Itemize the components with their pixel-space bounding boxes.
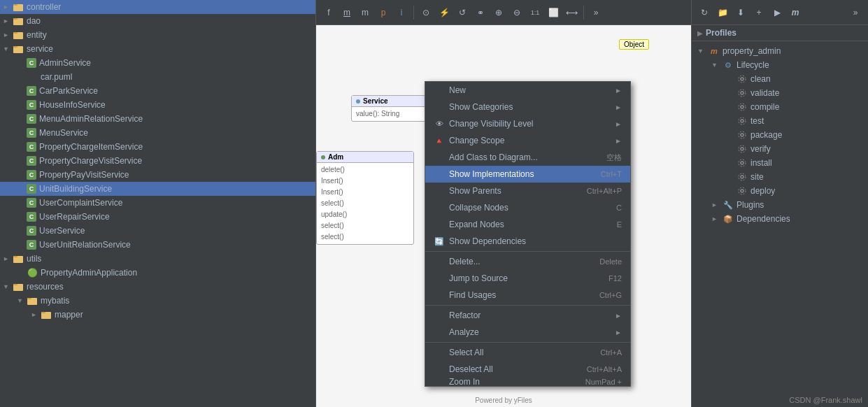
tree-item-utils[interactable]: ►utils	[0, 252, 315, 266]
right-tree-item-property_admin[interactable]: ▼mproperty_admin	[692, 44, 868, 58]
folder-icon	[13, 29, 24, 41]
toolbar-f-btn[interactable]: f	[320, 4, 337, 21]
right-toolbar-refresh[interactable]: ↻	[696, 4, 713, 21]
tree-label: UserComplaintService	[39, 198, 122, 208]
folder-icon	[13, 15, 24, 27]
folder-icon	[13, 43, 24, 55]
right-tree-item-deploy[interactable]: deploy	[692, 184, 868, 198]
svg-rect-7	[13, 46, 17, 48]
right-tree-item-test[interactable]: test	[692, 114, 868, 128]
tree-item-resources[interactable]: ▼resources	[0, 280, 315, 294]
toolbar-more-btn[interactable]: »	[588, 4, 604, 21]
tree-item-usercomplaintservice[interactable]: CUserComplaintService	[0, 196, 315, 210]
tree-item-mapper[interactable]: ►mapper	[0, 308, 315, 322]
menu-item-show-parents[interactable]: Show ParentsCtrl+Alt+P	[425, 183, 630, 199]
adm-node[interactable]: Adm delete() Insert() Insert() select() …	[316, 151, 414, 245]
menu-item-zoom-in[interactable]: Zoom InNumPad +	[425, 378, 630, 386]
menu-item-delete---[interactable]: Delete...Delete	[425, 253, 630, 270]
toolbar-share-btn[interactable]: ⟷	[563, 4, 580, 21]
adm-node-body: delete() Insert() Insert() select() upda…	[317, 163, 413, 244]
toolbar-route-btn[interactable]: ↺	[454, 4, 471, 21]
toolbar-fit-btn[interactable]: ⬜	[545, 4, 562, 21]
right-toolbar-folder[interactable]: 📁	[714, 4, 731, 21]
tree-item-service[interactable]: ▼service	[0, 42, 315, 56]
right-tree-item-validate[interactable]: validate	[692, 86, 868, 100]
tree-item-propertychargeitemservice[interactable]: CPropertyChargeItemService	[0, 140, 315, 154]
menu-item-find-usages[interactable]: Find UsagesCtrl+G	[425, 287, 630, 304]
svg-rect-3	[13, 18, 17, 20]
folder-icon	[13, 281, 24, 292]
menu-item-jump-to-source[interactable]: Jump to SourceF12	[425, 270, 630, 287]
toolbar-lens-btn[interactable]: ⊙	[418, 4, 434, 21]
folder-icon	[41, 309, 52, 320]
toolbar-m-underline-btn[interactable]: m	[339, 4, 355, 21]
tree-item-mybatis[interactable]: ▼mybatis	[0, 294, 315, 308]
right-panel: ↻ 📁 ⬇ + ▶ m » ▶ Profiles ▼mproperty_admi…	[691, 0, 868, 407]
toolbar-p-btn[interactable]: p	[375, 4, 392, 21]
diagram-canvas[interactable]: Object Service value(): String Adm delet…	[316, 25, 691, 407]
tree-item-houseinfoservice[interactable]: CHouseInfoService	[0, 98, 315, 112]
menu-item-change-visibility-level[interactable]: 👁Change Visibility Level►	[425, 115, 630, 132]
menu-item-collapse-nodes[interactable]: Collapse NodesC	[425, 199, 630, 216]
menu-label: Change Scope	[449, 136, 504, 145]
toolbar-filter-btn[interactable]: ⚡	[436, 4, 453, 21]
adm-field-2: Insert()	[321, 176, 409, 187]
right-toolbar-maven[interactable]: m	[787, 4, 804, 21]
tree-item-userrepairservice[interactable]: CUserRepairService	[0, 210, 315, 224]
right-tree-item-compile[interactable]: compile	[692, 100, 868, 114]
toolbar-minus-btn[interactable]: ⊖	[508, 4, 525, 21]
menu-item-new[interactable]: New►	[425, 82, 630, 99]
tree-item-car-puml[interactable]: car.puml	[0, 70, 315, 84]
right-tree-item-verify[interactable]: verify	[692, 142, 868, 156]
class-icon: C	[27, 240, 36, 250]
right-toolbar-plus[interactable]: +	[750, 4, 767, 21]
tree-item-propertyadminapplication[interactable]: 🟢PropertyAdminApplication	[0, 266, 315, 280]
menu-item-expand-nodes[interactable]: Expand NodesE	[425, 216, 630, 233]
right-toolbar-run[interactable]: ▶	[769, 4, 785, 21]
service-node-title: Service	[363, 97, 388, 105]
menu-item-add-class-to-diagram---[interactable]: Add Class to Diagram...空格	[425, 149, 630, 166]
class-icon: C	[27, 184, 36, 194]
menu-label: Add Class to Diagram...	[449, 152, 538, 162]
right-tree-item-plugins[interactable]: ►🔧Plugins	[692, 198, 868, 212]
menu-item-show-dependencies[interactable]: 🔄Show Dependencies	[425, 233, 630, 250]
tree-item-controller[interactable]: ►controller	[0, 0, 315, 14]
menu-item-select-all[interactable]: Select AllCtrl+A	[425, 344, 630, 361]
tree-item-userservice[interactable]: CUserService	[0, 224, 315, 238]
right-tree-item-dependencies[interactable]: ►📦Dependencies	[692, 212, 868, 226]
svg-point-29	[739, 159, 746, 166]
tree-item-carparkservice[interactable]: CCarParkService	[0, 84, 315, 98]
right-toolbar-download[interactable]: ⬇	[732, 4, 749, 21]
tree-label: PropertyChargeVisitService	[39, 156, 142, 166]
tree-item-menuservice[interactable]: CMenuService	[0, 126, 315, 140]
tree-item-entity[interactable]: ►entity	[0, 28, 315, 42]
right-tree-item-install[interactable]: install	[692, 156, 868, 170]
menu-item-analyze[interactable]: Analyze►	[425, 324, 630, 341]
right-tree-item-lifecycle[interactable]: ▼⚙Lifecycle	[692, 58, 868, 72]
tree-item-menuadminrelationservice[interactable]: CMenuAdminRelationService	[0, 112, 315, 126]
tree-item-unitbuildingservice[interactable]: CUnitBuildingService	[0, 182, 315, 196]
right-tree-item-package[interactable]: package	[692, 128, 868, 142]
toolbar-i-btn[interactable]: i	[393, 4, 410, 21]
right-toolbar-more[interactable]: »	[847, 4, 864, 21]
menu-item-deselect-all[interactable]: Deselect AllCtrl+Alt+A	[425, 361, 630, 378]
tree-item-dao[interactable]: ►dao	[0, 14, 315, 28]
toolbar-plus-btn[interactable]: ⊕	[490, 4, 507, 21]
menu-item-refactor[interactable]: Refactor►	[425, 307, 630, 324]
toolbar-link-btn[interactable]: ⚭	[472, 4, 489, 21]
gear-icon	[737, 157, 748, 169]
tree-item-propertypayvisitservice[interactable]: CPropertyPayVisitService	[0, 168, 315, 182]
right-tree-item-site[interactable]: site	[692, 170, 868, 184]
menu-item-change-scope[interactable]: 🔺Change Scope►	[425, 132, 630, 149]
tree-item-userunitrelationservice[interactable]: CUserUnitRelationService	[0, 238, 315, 252]
menu-item-show-implementations[interactable]: Show ImplementationsCtrl+T	[425, 166, 630, 183]
svg-point-24	[741, 134, 744, 136]
right-tree-item-clean[interactable]: clean	[692, 72, 868, 86]
tree-item-propertychargevisitservice[interactable]: CPropertyChargeVisitService	[0, 154, 315, 168]
toolbar-1to1-btn[interactable]: 1:1	[527, 4, 543, 21]
toolbar-m-btn[interactable]: m	[357, 4, 373, 21]
menu-label: Deselect All	[449, 364, 493, 374]
tree-item-adminservice[interactable]: CAdminService	[0, 56, 315, 70]
menu-item-show-categories[interactable]: Show Categories►	[425, 99, 630, 115]
service-node[interactable]: Service value(): String	[351, 95, 428, 122]
